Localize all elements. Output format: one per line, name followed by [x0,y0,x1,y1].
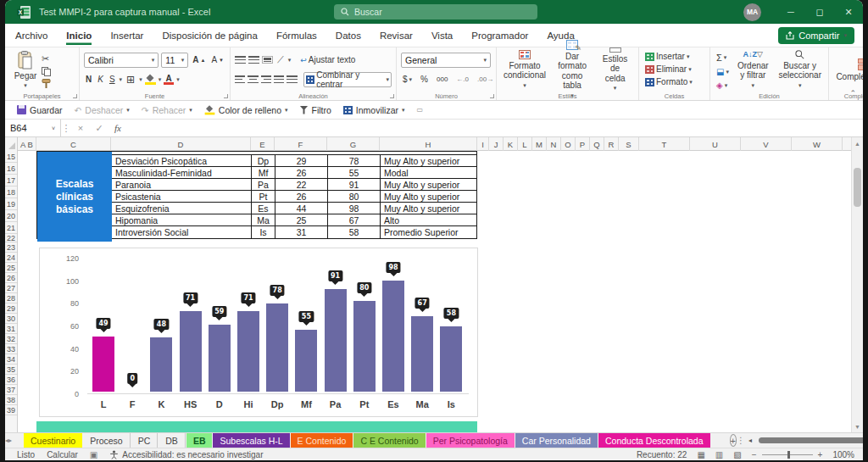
zoom-thumb[interactable] [787,451,790,459]
scale-name-cell[interactable]: Hipomania [112,214,252,225]
level-cell[interactable]: Muy Alto y superior [381,191,477,202]
dialog-launcher-icon[interactable] [490,94,494,98]
fill-button[interactable]: ⬓ ▾ [715,66,731,77]
bar-D[interactable] [209,325,231,392]
row-header-22[interactable]: 22 [5,234,17,242]
fill-color-button[interactable]: Color de relleno ▾ [204,105,288,115]
chevron-down-icon[interactable]: ▾ [176,76,180,83]
percent-button[interactable]: % [419,74,430,85]
raw-score-cell[interactable]: 26 [275,167,328,178]
grow-font-button[interactable]: A▲ [191,54,207,65]
search-box[interactable]: Buscar [334,4,537,19]
column-header-P[interactable]: P [576,137,590,151]
level-cell[interactable]: Modal [381,167,477,178]
avatar[interactable]: MA [743,3,761,21]
normal-view-icon[interactable]: ▦ [697,450,704,459]
merge-center-button[interactable]: Combinar y centrar ▾ [303,72,392,87]
horizontal-scroll-thumb[interactable] [759,437,863,443]
menu-tab-datos[interactable]: Datos [336,25,361,45]
align-bottom-icon[interactable] [262,56,273,64]
align-right-icon[interactable] [261,75,271,83]
column-header-D[interactable]: D [111,137,251,151]
sheet-nav-right-icon[interactable]: ▸ [8,433,12,448]
wrap-text-button[interactable]: ↩ Ajustar texto [298,54,357,65]
sheet-tab-subescalas-h-l[interactable]: Subescalas H-L [213,433,289,448]
t-score-cell[interactable]: 98 [328,203,381,214]
sheet-tab-e-contenido[interactable]: E Contenido [291,433,353,448]
zoom-out-icon[interactable]: − [752,450,757,459]
save-button[interactable]: Guardar [17,105,63,115]
sheet-tab-conducta-descontrolada[interactable]: Conducta Descontrolada [598,433,710,448]
insert-function-icon[interactable]: fx [108,123,127,133]
vertical-scroll-thumb[interactable] [854,168,861,207]
row-header-19[interactable]: 19 [5,198,17,210]
underline-button[interactable]: S [108,74,117,85]
dialog-launcher-icon[interactable] [390,94,394,98]
hscroll-left-icon[interactable]: ◂ [748,437,752,444]
row-header-29[interactable]: 29 [5,303,17,314]
bar-Mf[interactable] [295,330,317,392]
delete-cells-button[interactable]: Eliminar▾ [643,64,705,75]
scroll-down-icon[interactable]: ▼ [852,420,863,432]
scale-code-cell[interactable]: Mf [252,167,275,178]
column-header-F[interactable]: F [275,137,327,151]
row-header-39[interactable]: 39 [5,405,17,415]
level-cell[interactable]: Muy Alto y superior [381,155,477,166]
row-header-30[interactable]: 30 [5,314,17,324]
column-header-M[interactable]: M [532,137,547,151]
scale-name-cell[interactable]: Desviación Psicopática [112,155,252,166]
row-header-15[interactable]: 15 [5,151,17,163]
column-header-J[interactable]: J [489,137,504,151]
row-header-33[interactable]: 33 [5,344,17,354]
decrease-decimal-button[interactable]: .00→ [476,75,495,84]
t-score-cell[interactable]: 91 [328,179,381,190]
t-score-cell[interactable]: 67 [328,214,381,225]
raw-score-cell[interactable]: 31 [275,226,328,238]
bar-L[interactable] [92,337,114,392]
menu-tab-disposici-n-de-p-gina[interactable]: Disposición de página [162,25,258,45]
column-header-E[interactable]: E [251,137,275,151]
share-button[interactable]: Compartir ▾ [778,27,854,44]
column-header-R[interactable]: R [604,137,619,151]
row-header-36[interactable]: 36 [5,375,17,385]
borders-button[interactable]: ⊞ [125,73,136,86]
menu-tab-archivo[interactable]: Archivo [15,25,47,45]
splitter-icon[interactable]: ⋮ [737,436,745,445]
name-box[interactable]: B64 ˅ [5,120,61,137]
font-size-select[interactable]: 11▾ [161,53,188,68]
row-header-34[interactable]: 34 [5,354,17,365]
paste-button[interactable]: Pegar ▾ [9,50,42,89]
zoom-slider[interactable]: − + [752,450,823,459]
menu-tab-f-rmulas[interactable]: Fórmulas [276,25,317,45]
scale-code-cell[interactable]: Is [252,226,275,238]
insert-cells-button[interactable]: Insertar▾ [643,51,705,62]
italic-button[interactable]: K [96,74,105,85]
accessibility-status[interactable]: Accesibilidad: es necesario investigar [109,450,263,459]
enter-icon[interactable]: ✓ [90,123,108,134]
number-format-select[interactable]: General▾ [401,53,491,68]
cut-icon[interactable]: ✂ [42,53,51,64]
column-header-G[interactable]: G [327,137,380,151]
sheet-tab-cuestinario[interactable]: Cuestinario [24,433,82,448]
column-header-Q[interactable]: Q [590,137,604,151]
column-header-N[interactable]: N [547,137,561,151]
level-cell[interactable]: Muy Alto y superior [381,179,477,190]
row-header-25[interactable]: 25 [5,263,17,273]
freeze-panes-button[interactable]: Inmovilizar ▾ [343,105,405,115]
row-header-23[interactable]: 23 [5,242,17,253]
redo-button[interactable]: ↷ Rehacer ▾ [142,105,192,115]
bold-button[interactable]: N [84,74,93,85]
vertical-scrollbar[interactable]: ▲ ▼ [851,137,863,432]
scale-code-cell[interactable]: Es [252,203,275,214]
formula-input[interactable] [127,120,863,136]
bar-Ma[interactable] [411,316,433,392]
raw-score-cell[interactable]: 44 [275,203,328,214]
horizontal-scrollbar[interactable] [755,437,863,444]
chevron-down-icon[interactable]: ▾ [288,57,292,64]
format-painter-icon[interactable] [42,79,51,88]
column-header-U[interactable]: U [690,137,741,151]
column-header-K[interactable]: K [504,137,518,151]
row-header-18[interactable]: 18 [5,186,17,198]
collapse-ribbon-icon[interactable]: ⌃ [849,89,856,97]
raw-score-cell[interactable]: 26 [275,191,328,202]
